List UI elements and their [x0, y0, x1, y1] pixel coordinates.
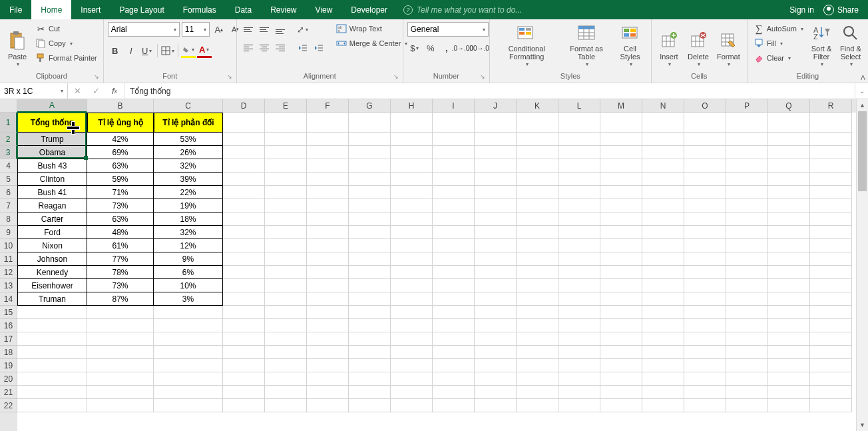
cell[interactable]: [475, 266, 517, 279]
cell[interactable]: 42%: [87, 133, 154, 146]
cell[interactable]: [810, 306, 852, 319]
cell[interactable]: [810, 146, 852, 159]
cell[interactable]: [349, 252, 391, 266]
cell[interactable]: 78%: [87, 266, 154, 279]
formula-input[interactable]: Tổng thống: [124, 83, 855, 99]
insert-function-button[interactable]: fx: [105, 86, 124, 96]
cell[interactable]: [642, 346, 684, 359]
column-header[interactable]: I: [433, 99, 475, 113]
cell[interactable]: [558, 146, 600, 159]
cell[interactable]: [810, 133, 852, 146]
cell[interactable]: [810, 372, 852, 386]
cell[interactable]: [517, 133, 558, 146]
cell[interactable]: [726, 359, 768, 372]
cell[interactable]: [475, 199, 517, 213]
scroll-down-button[interactable]: ▼: [857, 419, 868, 431]
cell[interactable]: [475, 279, 517, 292]
cell[interactable]: [265, 306, 307, 319]
cell[interactable]: [433, 266, 475, 279]
cell[interactable]: [768, 159, 810, 173]
conditional-formatting-button[interactable]: Conditional Formatting▾: [494, 22, 560, 69]
cell[interactable]: [433, 372, 475, 386]
cell-styles-button[interactable]: Cell Styles▾: [613, 22, 647, 69]
cell[interactable]: [558, 186, 600, 199]
cell[interactable]: [475, 332, 517, 346]
cell[interactable]: 77%: [87, 252, 154, 266]
cell[interactable]: [600, 113, 642, 133]
cell[interactable]: [223, 399, 265, 412]
font-color-button[interactable]: A▾: [197, 43, 212, 58]
cell[interactable]: [223, 359, 265, 372]
cell[interactable]: [433, 133, 475, 146]
cell[interactable]: [726, 252, 768, 266]
cell[interactable]: [726, 199, 768, 213]
cell[interactable]: [768, 213, 810, 226]
cell[interactable]: [558, 239, 600, 252]
cell[interactable]: [154, 359, 223, 372]
cell[interactable]: [684, 239, 726, 252]
cell[interactable]: [684, 173, 726, 186]
number-format-combo[interactable]: General▾: [407, 22, 489, 37]
cell[interactable]: [391, 113, 433, 133]
cell[interactable]: [810, 279, 852, 292]
cell[interactable]: [265, 213, 307, 226]
cell[interactable]: [475, 372, 517, 386]
cell[interactable]: [558, 332, 600, 346]
cell[interactable]: [517, 346, 558, 359]
cell[interactable]: [265, 319, 307, 332]
cell[interactable]: [349, 113, 391, 133]
cell[interactable]: [349, 239, 391, 252]
cell[interactable]: [600, 146, 642, 159]
cell[interactable]: [558, 226, 600, 239]
row-header[interactable]: 10: [0, 239, 17, 252]
cell[interactable]: [349, 266, 391, 279]
align-middle-button[interactable]: [257, 22, 272, 37]
scroll-thumb[interactable]: [858, 111, 867, 191]
sort-filter-button[interactable]: AZSort & Filter▾: [808, 22, 835, 69]
cell[interactable]: [349, 319, 391, 332]
cell[interactable]: [433, 199, 475, 213]
cell[interactable]: [726, 346, 768, 359]
row-header[interactable]: 3: [0, 146, 17, 159]
cell[interactable]: [475, 146, 517, 159]
cell[interactable]: [768, 113, 810, 133]
dialog-launcher-icon[interactable]: ↘: [392, 73, 400, 81]
cell[interactable]: Tỉ lệ ủng hộ: [87, 113, 154, 133]
cell[interactable]: [768, 279, 810, 292]
cell[interactable]: [223, 332, 265, 346]
cell[interactable]: 12%: [154, 239, 223, 252]
cell[interactable]: [810, 266, 852, 279]
cell[interactable]: [768, 319, 810, 332]
cell[interactable]: [558, 346, 600, 359]
cell[interactable]: [433, 359, 475, 372]
cell[interactable]: [810, 252, 852, 266]
row-header[interactable]: 9: [0, 226, 17, 239]
cell[interactable]: [475, 133, 517, 146]
cell[interactable]: [475, 319, 517, 332]
cell[interactable]: [517, 173, 558, 186]
cell[interactable]: [391, 292, 433, 306]
cell[interactable]: [391, 159, 433, 173]
cell[interactable]: Tỉ lệ phản đối: [154, 113, 223, 133]
cell[interactable]: [223, 173, 265, 186]
cell[interactable]: [684, 213, 726, 226]
row-header[interactable]: 21: [0, 386, 17, 399]
cell[interactable]: [768, 252, 810, 266]
cell[interactable]: [642, 399, 684, 412]
cell[interactable]: [558, 319, 600, 332]
cell[interactable]: [475, 399, 517, 412]
cell[interactable]: [684, 226, 726, 239]
cell[interactable]: [684, 386, 726, 399]
increase-font-button[interactable]: A▴: [212, 22, 226, 37]
cell[interactable]: 10%: [154, 279, 223, 292]
cell[interactable]: [433, 306, 475, 319]
cell[interactable]: [17, 372, 87, 386]
cell[interactable]: [433, 239, 475, 252]
cell[interactable]: [391, 186, 433, 199]
cell[interactable]: [265, 159, 307, 173]
cell[interactable]: [433, 319, 475, 332]
cell[interactable]: [223, 186, 265, 199]
cell[interactable]: [223, 133, 265, 146]
row-header[interactable]: 4: [0, 159, 17, 173]
cell[interactable]: [223, 199, 265, 213]
